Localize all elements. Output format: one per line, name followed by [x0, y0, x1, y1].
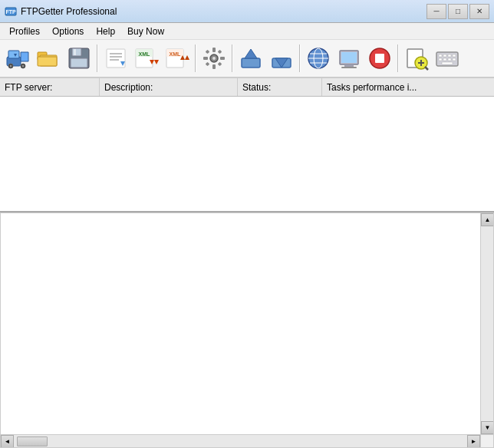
svg-rect-67 — [439, 58, 442, 61]
log-area: ▲ ▼ ◄ ► — [0, 212, 494, 448]
menu-profiles[interactable]: Profiles — [3, 25, 46, 38]
scroll-left-button[interactable]: ◄ — [1, 435, 14, 448]
svg-rect-39 — [218, 50, 222, 54]
svg-rect-42 — [242, 58, 260, 68]
svg-text:XML: XML — [139, 51, 151, 57]
scrollbar-h-thumb[interactable] — [17, 436, 48, 446]
svg-rect-69 — [448, 58, 451, 61]
svg-rect-35 — [212, 64, 216, 69]
svg-marker-26 — [154, 60, 159, 64]
svg-rect-66 — [453, 54, 456, 57]
task-table-area: FTP server: Description: Status: Tasks p… — [0, 78, 494, 212]
scroll-right-button[interactable]: ► — [467, 435, 480, 448]
keyboard-button[interactable] — [433, 43, 462, 74]
col-header-ftp-server[interactable]: FTP server: — [0, 78, 100, 96]
svg-line-61 — [425, 67, 428, 70]
separator-1 — [97, 44, 98, 72]
svg-rect-41 — [218, 62, 222, 67]
main-area: FTP server: Description: Status: Tasks p… — [0, 78, 494, 448]
close-button[interactable]: ✕ — [469, 4, 489, 19]
svg-rect-8 — [8, 51, 19, 58]
import-button[interactable] — [101, 43, 130, 74]
window-title: FTPGetter Professional — [21, 6, 426, 17]
xml-export-button[interactable]: XML — [163, 43, 192, 74]
svg-rect-52 — [341, 52, 357, 63]
svg-point-33 — [212, 57, 216, 60]
svg-rect-37 — [220, 57, 225, 60]
settings-button[interactable] — [199, 43, 229, 74]
svg-rect-14 — [72, 48, 81, 56]
window-controls: ─ □ ✕ — [426, 4, 489, 19]
col-header-status[interactable]: Status: — [238, 78, 322, 96]
task-table-body — [0, 97, 494, 212]
log-button[interactable] — [402, 43, 431, 74]
svg-rect-12 — [38, 57, 57, 66]
scrollbar-v-track[interactable] — [481, 226, 493, 421]
upload-button[interactable] — [236, 43, 265, 74]
scrollbar-h-track[interactable] — [14, 435, 467, 447]
menu-bar: Profiles Options Help Buy Now — [0, 23, 494, 40]
svg-text:XML: XML — [170, 51, 182, 57]
horizontal-scrollbar[interactable]: ◄ ► — [1, 434, 480, 447]
save-profile-button[interactable] — [64, 43, 94, 74]
minimize-button[interactable]: ─ — [426, 4, 446, 19]
svg-rect-40 — [206, 62, 210, 67]
svg-rect-53 — [344, 64, 354, 67]
svg-rect-56 — [375, 54, 384, 63]
download-button[interactable] — [267, 43, 296, 74]
scroll-down-button[interactable]: ▼ — [481, 421, 494, 434]
menu-options[interactable]: Options — [46, 25, 90, 38]
scroll-up-button[interactable]: ▲ — [481, 213, 494, 226]
svg-rect-64 — [443, 54, 446, 57]
svg-rect-65 — [448, 54, 451, 57]
svg-rect-68 — [443, 58, 446, 61]
maximize-button[interactable]: □ — [448, 4, 468, 19]
col-header-description[interactable]: Description: — [100, 78, 238, 96]
svg-point-5 — [10, 65, 12, 68]
separator-4 — [299, 44, 301, 72]
svg-rect-15 — [74, 49, 76, 55]
task-table-header: FTP server: Description: Status: Tasks p… — [0, 78, 494, 97]
stop-button[interactable] — [365, 43, 394, 74]
connect-button[interactable] — [304, 43, 333, 74]
separator-2 — [195, 44, 196, 72]
scrollbar-corner — [480, 434, 493, 447]
svg-rect-71 — [442, 62, 453, 64]
new-profile-button[interactable] — [3, 43, 32, 74]
menu-help[interactable]: Help — [90, 25, 121, 38]
toolbar: XML XML — [0, 40, 494, 78]
svg-point-7 — [22, 65, 25, 68]
open-profile-button[interactable] — [34, 43, 63, 74]
svg-rect-70 — [453, 58, 456, 61]
svg-rect-38 — [206, 50, 210, 54]
svg-rect-16 — [71, 58, 87, 68]
app-icon: FTP — [5, 5, 17, 18]
svg-marker-3 — [21, 52, 28, 61]
separator-3 — [232, 44, 233, 72]
svg-rect-34 — [212, 48, 216, 52]
vertical-scrollbar[interactable]: ▲ ▼ — [480, 213, 493, 434]
local-button[interactable] — [334, 43, 364, 74]
xml-import-button[interactable]: XML — [132, 43, 161, 74]
col-header-tasks-performance[interactable]: Tasks performance i... — [322, 78, 494, 96]
svg-rect-54 — [341, 67, 357, 68]
svg-rect-63 — [439, 54, 442, 57]
separator-5 — [397, 44, 399, 72]
svg-marker-43 — [245, 49, 257, 58]
svg-rect-36 — [203, 57, 208, 60]
title-bar: FTP FTPGetter Professional ─ □ ✕ — [0, 0, 494, 23]
svg-marker-31 — [185, 55, 189, 60]
menu-buynow[interactable]: Buy Now — [121, 25, 170, 38]
svg-text:FTP: FTP — [5, 9, 16, 15]
